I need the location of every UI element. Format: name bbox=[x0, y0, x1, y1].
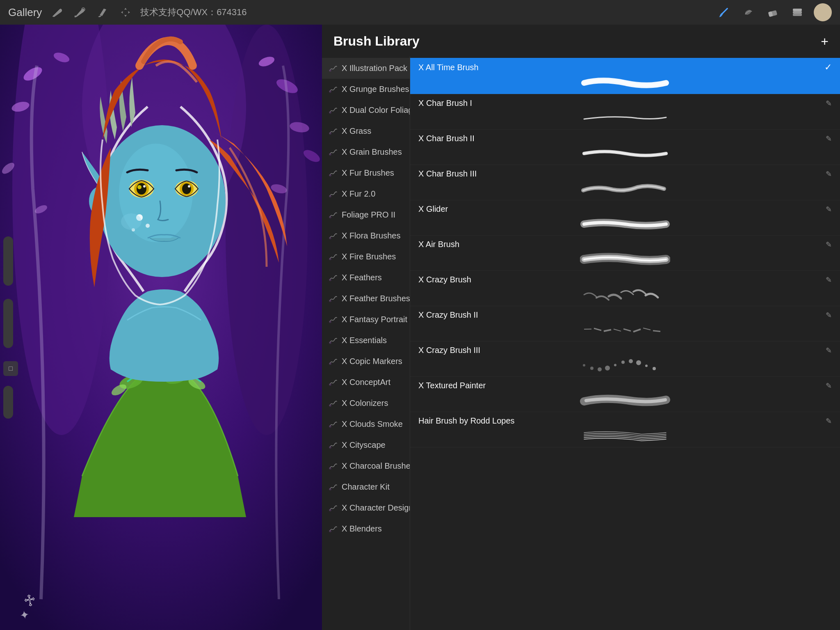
category-icon bbox=[329, 211, 338, 220]
svg-point-68 bbox=[329, 425, 331, 428]
color-slider[interactable] bbox=[3, 386, 13, 419]
category-label: X Fur Brushes bbox=[342, 168, 394, 178]
svg-rect-6 bbox=[793, 9, 802, 11]
brush-name: X Textured Painter bbox=[418, 381, 486, 390]
category-item-foliage-pro-ii[interactable]: Foliage PRO II bbox=[322, 204, 410, 225]
brush-checkmark: ✎ bbox=[826, 99, 832, 108]
category-item-clouds-smoke[interactable]: X Clouds Smoke bbox=[322, 414, 410, 435]
layers-tool-icon[interactable] bbox=[789, 4, 806, 21]
brush-item-header: X Char Brush III✎ bbox=[418, 169, 832, 179]
category-icon bbox=[329, 525, 338, 534]
category-item-colonizers[interactable]: X Colonizers bbox=[322, 393, 410, 414]
add-brush-button[interactable]: + bbox=[821, 35, 829, 48]
brush-item-char-brush-i[interactable]: X Char Brush I✎ bbox=[410, 94, 840, 130]
svg-point-64 bbox=[329, 341, 331, 344]
user-avatar[interactable] bbox=[814, 3, 832, 21]
svg-point-57 bbox=[329, 195, 331, 197]
category-item-feather-brushes-2[interactable]: X Feather Brushes 2 bbox=[322, 288, 410, 309]
brush-preview bbox=[418, 251, 832, 268]
category-icon bbox=[329, 357, 338, 366]
svg-point-66 bbox=[329, 383, 331, 386]
canvas-area[interactable]: ♱ ✦ □ bbox=[0, 25, 322, 630]
eraser-tool-icon[interactable] bbox=[765, 4, 781, 21]
category-label: X Feather Brushes 2 bbox=[342, 294, 410, 303]
category-icon bbox=[329, 315, 338, 324]
category-item-fur-20[interactable]: X Fur 2.0 bbox=[322, 183, 410, 204]
category-item-feathers[interactable]: X Feathers bbox=[322, 267, 410, 288]
category-item-copic-markers[interactable]: X Copic Markers bbox=[322, 351, 410, 372]
brush-library-panel: Brush Library + X Illustration Pack X Gr… bbox=[322, 25, 840, 630]
category-item-grunge-brushes[interactable]: X Grunge Brushes bbox=[322, 79, 410, 100]
category-item-fantasy-portrait[interactable]: X Fantasy Portrait bbox=[322, 309, 410, 330]
svg-point-54 bbox=[329, 132, 331, 135]
brush-checkmark: ✎ bbox=[826, 275, 832, 284]
category-icon bbox=[329, 169, 338, 178]
category-icon bbox=[329, 420, 338, 429]
brush-item-char-brush-iii[interactable]: X Char Brush III✎ bbox=[410, 165, 840, 200]
category-icon bbox=[329, 64, 338, 73]
brush-item-header: X Char Brush II✎ bbox=[418, 134, 832, 143]
category-icon bbox=[329, 106, 338, 115]
svg-point-85 bbox=[605, 366, 610, 371]
brush-tool-icon[interactable] bbox=[715, 4, 732, 21]
category-list: X Illustration Pack X Grunge Brushes X D… bbox=[322, 56, 410, 630]
brush-library-body: X Illustration Pack X Grunge Brushes X D… bbox=[322, 56, 840, 630]
category-label: X Clouds Smoke bbox=[342, 419, 403, 429]
brush-item-all-time-brush[interactable]: X All Time Brush✓ bbox=[410, 58, 840, 94]
brush-item-textured-painter[interactable]: X Textured Painter✎ bbox=[410, 377, 840, 412]
modify-tool-1[interactable] bbox=[48, 4, 65, 21]
brush-item-crazy-brush-iii[interactable]: X Crazy Brush III✎ bbox=[410, 341, 840, 377]
svg-point-47 bbox=[188, 185, 190, 188]
smudge-tool-icon[interactable] bbox=[740, 4, 756, 21]
category-item-conceptart[interactable]: X ConceptArt bbox=[322, 372, 410, 393]
category-item-dual-color-foliage[interactable]: X Dual Color Foliage bbox=[322, 100, 410, 121]
brush-item-crazy-brush[interactable]: X Crazy Brush✎ bbox=[410, 271, 840, 306]
category-item-fire-brushes[interactable]: X Fire Brushes bbox=[322, 246, 410, 267]
svg-line-81 bbox=[653, 331, 660, 332]
category-item-character-design[interactable]: X Character Design bbox=[322, 497, 410, 518]
opacity-slider[interactable] bbox=[3, 236, 13, 286]
category-label: X Blenders bbox=[342, 524, 382, 534]
brush-item-crazy-brush-ii[interactable]: X Crazy Brush II✎ bbox=[410, 306, 840, 341]
brush-checkmark: ✎ bbox=[826, 346, 832, 355]
modify-tool-2[interactable] bbox=[71, 4, 88, 21]
category-item-blenders[interactable]: X Blenders bbox=[322, 518, 410, 539]
brush-preview bbox=[418, 286, 832, 303]
category-item-character-kit[interactable]: Character Kit bbox=[322, 477, 410, 497]
size-slider[interactable] bbox=[3, 299, 13, 348]
brush-item-char-brush-ii[interactable]: X Char Brush II✎ bbox=[410, 130, 840, 165]
category-item-cityscape[interactable]: X Cityscape bbox=[322, 435, 410, 456]
brush-list: X All Time Brush✓ X Char Brush I✎X Char … bbox=[410, 56, 840, 630]
gallery-button[interactable]: Gallery bbox=[8, 6, 42, 19]
category-item-grain-brushes[interactable]: X Grain Brushes bbox=[322, 142, 410, 163]
brush-item-air-brush[interactable]: X Air Brush✎ bbox=[410, 236, 840, 271]
category-item-grass[interactable]: X Grass bbox=[322, 121, 410, 142]
category-icon bbox=[329, 127, 338, 136]
svg-point-72 bbox=[329, 509, 331, 511]
category-item-essentials[interactable]: X Essentials bbox=[322, 330, 410, 351]
brush-preview bbox=[418, 215, 832, 233]
svg-point-89 bbox=[636, 360, 641, 365]
category-item-charcoal-brushes[interactable]: X Charcoal Brushes bbox=[322, 456, 410, 477]
brush-item-header: Hair Brush by Rodd Lopes✎ bbox=[418, 416, 832, 426]
category-icon bbox=[329, 504, 338, 513]
brush-item-glider[interactable]: X Glider✎ bbox=[410, 200, 840, 236]
svg-point-87 bbox=[621, 360, 625, 364]
brush-item-header: X Crazy Brush✎ bbox=[418, 275, 832, 284]
category-item-flora-brushes[interactable]: X Flora Brushes bbox=[322, 225, 410, 246]
svg-point-42 bbox=[137, 185, 142, 189]
move-tool[interactable] bbox=[117, 4, 134, 21]
brush-item-header: X All Time Brush✓ bbox=[418, 62, 832, 73]
category-label: X Charcoal Brushes bbox=[342, 461, 410, 471]
modify-tool-3[interactable] bbox=[94, 4, 111, 21]
category-item-illustration-pack[interactable]: X Illustration Pack bbox=[322, 58, 410, 79]
brush-name: X Char Brush I bbox=[418, 99, 472, 108]
brush-checkmark: ✎ bbox=[826, 381, 832, 390]
category-label: X Fantasy Portrait bbox=[342, 315, 407, 324]
brush-item-hair-brush-rodd[interactable]: Hair Brush by Rodd Lopes✎ bbox=[410, 412, 840, 447]
category-item-fur-brushes[interactable]: X Fur Brushes bbox=[322, 163, 410, 183]
brush-checkmark: ✎ bbox=[826, 240, 832, 249]
category-label: X Grass bbox=[342, 126, 371, 136]
shape-tool[interactable]: □ bbox=[3, 361, 18, 376]
brush-checkmark: ✎ bbox=[826, 417, 832, 426]
